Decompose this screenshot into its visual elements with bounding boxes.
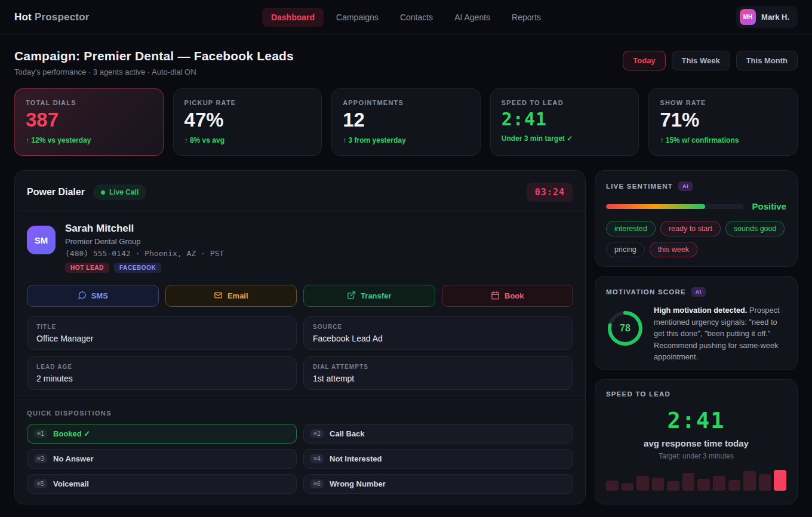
motivation-score-value: 78 xyxy=(606,309,644,347)
transfer-button[interactable]: Transfer xyxy=(303,285,435,307)
speed-bar xyxy=(667,481,679,491)
shortcut-key-badge: ⌘4 xyxy=(310,454,324,463)
speed-title-row: SPEED TO LEAD xyxy=(606,390,786,398)
power-dialer-panel: Power Dialer Live Call 03:24 SM Sarah Mi… xyxy=(14,170,586,504)
brand-logo: Hot Prospector xyxy=(14,11,90,23)
disposition-not-interested[interactable]: ⌘4Not Interested xyxy=(303,449,573,469)
nav-link-dashboard[interactable]: Dashboard xyxy=(262,8,324,27)
field-label: LEAD AGE xyxy=(36,364,287,370)
kpi-value: 47% xyxy=(184,110,311,131)
motivation-gauge: 78 xyxy=(606,309,644,347)
sentiment-meter-fill xyxy=(606,204,705,209)
live-call-label: Live Call xyxy=(109,188,139,196)
right-column: LIVE SENTIMENT AI Positive interestedrea… xyxy=(595,170,798,504)
dialer-title: Power Dialer xyxy=(27,187,85,198)
chat-icon xyxy=(78,291,87,301)
disposition-label: No Answer xyxy=(53,454,93,463)
kpi-card-show-rate: SHOW RATE71%↑ 15% w/ confirmations xyxy=(648,88,798,156)
nav-right: MH Mark H. xyxy=(550,6,798,28)
speed-bar-chart xyxy=(606,469,786,491)
sentiment-value-label: Positive xyxy=(752,201,786,211)
sentiment-keyword-pricing: pricing xyxy=(606,242,645,257)
field-lead-age: LEAD AGE2 minutes xyxy=(27,356,297,390)
range-button-today[interactable]: Today xyxy=(623,51,665,70)
kpi-delta: ↑ 3 from yesterday xyxy=(343,136,469,144)
field-value: Facebook Lead Ad xyxy=(313,334,564,343)
speed-bar xyxy=(697,479,710,491)
dispositions-heading: QUICK DISPOSITIONS xyxy=(27,410,573,417)
main-content: Power Dialer Live Call 03:24 SM Sarah Mi… xyxy=(0,156,812,504)
shortcut-key-badge: ⌘3 xyxy=(34,454,47,463)
shortcut-key-badge: ⌘2 xyxy=(310,429,324,438)
speed-bar-current xyxy=(774,470,786,491)
kpi-label: PICKUP RATE xyxy=(184,99,311,106)
calendar-icon xyxy=(491,291,500,301)
transfer-icon xyxy=(347,291,356,301)
dialer-header: Power Dialer Live Call 03:24 xyxy=(27,183,573,202)
kpi-label: TOTAL DIALS xyxy=(26,99,152,106)
top-nav: Hot Prospector DashboardCampaignsContact… xyxy=(0,0,812,35)
speed-bar xyxy=(606,481,619,491)
shortcut-key-badge: ⌘6 xyxy=(310,479,324,488)
sentiment-keyword-sounds-good: sounds good xyxy=(725,221,785,236)
motivation-title: MOTIVATION SCORE xyxy=(606,288,686,296)
live-call-badge: Live Call xyxy=(93,184,146,200)
kpi-delta: ↑ 8% vs avg xyxy=(184,136,311,144)
nav-link-ai-agents[interactable]: AI Agents xyxy=(445,8,499,27)
kpi-value: 2:41 xyxy=(502,110,628,129)
speed-bar xyxy=(728,480,741,491)
book-button[interactable]: Book xyxy=(442,285,574,307)
call-actions: SMSEmailTransferBook xyxy=(27,285,573,307)
sentiment-meter-row: Positive xyxy=(606,201,786,211)
sentiment-keyword-interested: interested xyxy=(606,221,656,236)
divider xyxy=(15,211,585,211)
nav-link-campaigns[interactable]: Campaigns xyxy=(327,8,387,27)
contact-tag-facebook: FACEBOOK xyxy=(114,263,161,273)
motivation-body: 78 High motivation detected. Prospect me… xyxy=(606,304,786,363)
email-button[interactable]: Email xyxy=(165,285,297,307)
disposition-call-back[interactable]: ⌘2Call Back xyxy=(303,424,573,444)
motivation-summary: High motivation detected. Prospect menti… xyxy=(654,304,786,363)
sms-button[interactable]: SMS xyxy=(27,285,159,307)
divider xyxy=(15,399,585,399)
action-button-label: Transfer xyxy=(361,291,391,300)
nav-link-reports[interactable]: Reports xyxy=(503,8,550,27)
mail-icon xyxy=(214,291,223,301)
range-button-this-week[interactable]: This Week xyxy=(672,51,730,70)
contact-avatar: SM xyxy=(27,226,56,254)
dispositions-grid: ⌘1Booked ✓⌘2Call Back⌘3No Answer⌘4Not In… xyxy=(27,424,573,494)
kpi-label: APPOINTMENTS xyxy=(343,99,469,106)
kpi-value: 12 xyxy=(343,110,469,131)
speed-to-lead-panel: SPEED TO LEAD 2:41 avg response time tod… xyxy=(595,379,798,504)
sentiment-keywords: interestedready to startsounds goodprici… xyxy=(606,221,786,257)
action-button-label: Book xyxy=(505,291,524,300)
field-value: 2 minutes xyxy=(36,374,287,383)
main-nav: DashboardCampaignsContactsAI AgentsRepor… xyxy=(262,8,550,27)
field-title: TITLEOffice Manager xyxy=(27,316,297,350)
user-menu[interactable]: MH Mark H. xyxy=(736,6,798,28)
contact-card: SM Sarah Mitchell Premier Dental Group (… xyxy=(27,223,573,273)
kpi-row: TOTAL DIALS387↑ 12% vs yesterdayPICKUP R… xyxy=(0,76,812,156)
disposition-wrong-number[interactable]: ⌘6Wrong Number xyxy=(303,474,573,494)
disposition-no-answer[interactable]: ⌘3No Answer xyxy=(27,449,297,469)
sentiment-keyword-this-week: this week xyxy=(650,242,697,257)
disposition-label: Not Interested xyxy=(330,454,382,463)
kpi-card-total-dials: TOTAL DIALS387↑ 12% vs yesterday xyxy=(14,88,164,156)
nav-link-contacts[interactable]: Contacts xyxy=(391,8,442,27)
speed-title: SPEED TO LEAD xyxy=(606,390,670,398)
disposition-booked[interactable]: ⌘1Booked ✓ xyxy=(27,424,297,444)
user-avatar: MH xyxy=(740,9,756,25)
speed-value: 2:41 xyxy=(606,408,786,433)
sentiment-title: LIVE SENTIMENT xyxy=(606,183,673,190)
sentiment-keyword-ready-to-start: ready to start xyxy=(660,221,721,236)
contact-tag-hot-lead: HOT LEAD xyxy=(65,263,109,273)
field-label: TITLE xyxy=(36,324,287,330)
motivation-title-row: MOTIVATION SCORE AI xyxy=(606,287,786,297)
disposition-label: Booked ✓ xyxy=(53,429,90,438)
disposition-voicemail[interactable]: ⌘5Voicemail xyxy=(27,474,297,494)
brand-rest: Prospector xyxy=(35,11,90,23)
range-button-this-month[interactable]: This Month xyxy=(736,51,798,70)
sentiment-meter-track xyxy=(606,204,743,209)
page-subtitle: Today's performance · 3 agents active · … xyxy=(14,67,294,76)
disposition-label: Voicemail xyxy=(53,479,89,488)
